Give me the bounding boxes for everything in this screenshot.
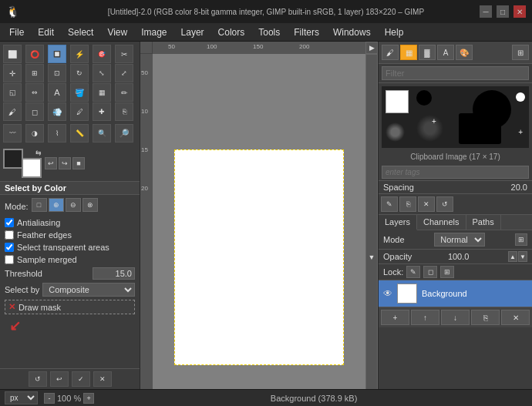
lock-all-btn[interactable]: ⊞ [440, 266, 454, 278]
swap-colors-icon[interactable]: ⇆ [35, 149, 42, 156]
menu-layer[interactable]: Layer [175, 25, 210, 39]
tool-dodge[interactable]: ◑ [25, 124, 44, 143]
unit-select[interactable]: px mm cm in [5, 391, 38, 404]
threshold-input[interactable] [93, 267, 135, 280]
mode-intersect[interactable]: ⊗ [82, 198, 98, 212]
antialias-checkbox[interactable] [5, 218, 14, 227]
brush-filter-input[interactable] [382, 66, 529, 80]
tool-zoom[interactable]: 🔎 [115, 124, 133, 143]
duplicate-layer-btn[interactable]: ⎘ [471, 310, 500, 325]
tool-foreground-select[interactable]: 🎯 [93, 45, 111, 63]
menu-select[interactable]: Select [62, 25, 99, 39]
tab-paths[interactable]: Paths [466, 215, 501, 230]
rp-pattern-icon[interactable]: ▦ [400, 45, 417, 60]
rp-font-icon[interactable]: A [437, 45, 454, 60]
tool-eraser[interactable]: ◻ [25, 102, 44, 121]
menu-file[interactable]: File [3, 25, 30, 39]
menu-colors[interactable]: Colors [212, 25, 251, 39]
rp-palette-icon[interactable]: 🎨 [456, 45, 473, 60]
scroll-right-btn[interactable]: ▶ [365, 42, 378, 54]
tool-shear[interactable]: ⤢ [115, 64, 133, 82]
menu-image[interactable]: Image [135, 25, 173, 39]
tool-measure[interactable]: 📏 [70, 124, 89, 143]
tab-layers[interactable]: Layers [379, 215, 417, 230]
tool-move[interactable]: ✛ [3, 64, 22, 82]
tool-heal[interactable]: ✚ [93, 102, 111, 121]
opacity-down-btn[interactable]: ▼ [518, 251, 527, 262]
tool-fuzzy-select[interactable]: 🔲 [48, 45, 66, 63]
foreground-color-swatch[interactable] [3, 149, 23, 169]
selectby-select[interactable]: Composite Red Green Blue [42, 283, 135, 297]
tool-perspective[interactable]: ◱ [3, 83, 22, 102]
delete-opts-button[interactable]: ✕ [93, 371, 112, 387]
tab-channels[interactable]: Channels [417, 215, 466, 230]
lock-alpha-btn[interactable]: ◻ [423, 266, 437, 278]
tool-rotate[interactable]: ↻ [70, 64, 89, 82]
lock-pixels-btn[interactable]: ✎ [406, 266, 420, 278]
tool-bucket-fill[interactable]: 🪣 [70, 83, 89, 102]
zoom-out-btn[interactable]: - [44, 393, 55, 404]
maximize-button[interactable]: □ [497, 5, 509, 18]
zoom-in-btn[interactable]: + [83, 393, 94, 404]
tool-crop[interactable]: ⊡ [48, 64, 66, 82]
transparent-checkbox[interactable] [5, 243, 14, 252]
layer-mode-extra-btn[interactable]: ⊞ [515, 233, 527, 246]
tool-warp[interactable]: ⌇ [48, 124, 66, 143]
tool-clone[interactable]: ⎘ [115, 102, 133, 121]
close-button[interactable]: ✕ [513, 5, 526, 18]
menu-filters[interactable]: Filters [288, 25, 325, 39]
tool-colorsample[interactable]: 🔍 [93, 124, 111, 143]
mode-replace[interactable]: □ [32, 198, 47, 212]
layer-item[interactable]: 👁 Background [379, 280, 532, 307]
lower-layer-btn[interactable]: ↓ [441, 310, 470, 325]
rp-brush-icon[interactable]: 🖌 [382, 45, 399, 60]
minimize-button[interactable]: ─ [480, 5, 492, 18]
delete-layer-btn[interactable]: ✕ [501, 310, 530, 325]
tool-scissors[interactable]: ✂ [115, 45, 133, 63]
tool-free-select[interactable]: ⚡ [70, 45, 89, 63]
brush-edit-btn[interactable]: ✎ [381, 196, 398, 212]
tool-blend[interactable]: ▦ [93, 83, 111, 102]
tool-scale[interactable]: ⤡ [93, 64, 111, 82]
layer-mode-select[interactable]: Normal Multiply Screen [434, 233, 485, 247]
brush-delete-btn[interactable]: ✕ [418, 196, 435, 212]
brush-refresh-btn[interactable]: ↺ [436, 196, 453, 212]
raise-layer-btn[interactable]: ↑ [411, 310, 439, 325]
rp-gradient-icon[interactable]: ▓ [419, 45, 436, 60]
menu-edit[interactable]: Edit [32, 25, 60, 39]
tags-field[interactable] [382, 166, 529, 179]
new-layer-btn[interactable]: + [381, 310, 409, 325]
brush-duplicate-btn[interactable]: ⎘ [399, 196, 416, 212]
canvas-document[interactable] [174, 149, 344, 365]
sample-checkbox[interactable] [5, 255, 14, 264]
layer-visibility-icon[interactable]: 👁 [383, 288, 392, 299]
tool-align[interactable]: ⊞ [25, 64, 44, 82]
restore-defaults-button[interactable]: ↺ [29, 371, 47, 387]
save-opts-button[interactable]: ✓ [72, 371, 90, 387]
undo-button[interactable]: ↩ [45, 157, 57, 169]
tool-pencil[interactable]: ✏ [115, 83, 133, 102]
redo-button[interactable]: ↪ [59, 157, 71, 169]
background-color-swatch[interactable] [22, 158, 42, 178]
rp-expand-icon[interactable]: ⊞ [512, 45, 529, 60]
scroll-down-btn[interactable]: ▼ [365, 54, 378, 389]
tool-ink[interactable]: 🖊 [70, 102, 89, 121]
tool-text[interactable]: A [48, 83, 66, 102]
undo-opts-button[interactable]: ↩ [50, 371, 69, 387]
feather-checkbox[interactable] [5, 230, 14, 240]
menu-windows[interactable]: Windows [327, 25, 377, 39]
tool-ellipse-select[interactable]: ⭕ [25, 45, 44, 63]
settings-button[interactable]: ■ [72, 157, 85, 169]
tool-rect-select[interactable]: ⬜ [3, 45, 22, 63]
tool-paintbrush[interactable]: 🖌 [3, 102, 22, 121]
opacity-up-btn[interactable]: ▲ [508, 251, 517, 262]
menu-tools[interactable]: Tools [252, 25, 286, 39]
mode-add[interactable]: ⊕ [49, 198, 64, 212]
menu-help[interactable]: Help [379, 25, 410, 39]
tool-airbrush[interactable]: 💨 [48, 102, 66, 121]
tool-flip[interactable]: ⇔ [25, 83, 44, 102]
threshold-row: Threshold [5, 267, 135, 280]
mode-subtract[interactable]: ⊖ [66, 198, 81, 212]
menu-view[interactable]: View [101, 25, 133, 39]
tool-smudge[interactable]: 〰 [3, 124, 22, 143]
